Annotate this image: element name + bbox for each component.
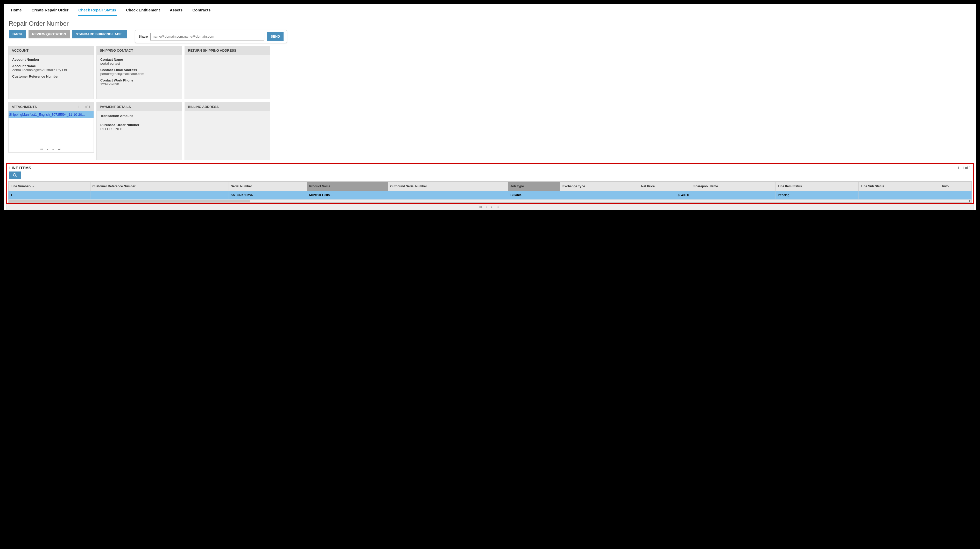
line-items-section: LINE ITEMS 1 - 1 of 1 Line Number▲▼ Cust…	[6, 163, 974, 204]
send-button[interactable]: SEND	[267, 32, 283, 41]
po-label: Purchase Order Number	[100, 123, 178, 127]
contact-name-value: portalreg test	[100, 62, 178, 65]
cell-net-price: $840.80	[639, 191, 691, 199]
contact-name-label: Contact Name	[100, 57, 178, 62]
account-number-label: Account Number	[12, 57, 90, 62]
contact-email-value: portalregtest@mailinator.com	[100, 72, 178, 76]
shipping-contact-title: SHIPPING CONTACT	[100, 48, 133, 53]
cell-product: MC9190-G30S...	[307, 191, 388, 199]
col-line-sub-status[interactable]: Line Sub Status	[859, 182, 940, 191]
svg-line-1	[16, 176, 17, 177]
account-name-value: Zebra Technologies Australia Pty Ltd	[12, 68, 90, 72]
attachments-title: ATTACHMENTS	[12, 105, 37, 109]
tab-create-repair-order[interactable]: Create Repair Order	[31, 6, 69, 16]
share-label: Share	[138, 35, 148, 38]
sort-indicator-icon: ▲▼	[30, 185, 34, 188]
shipping-contact-panel: SHIPPING CONTACT Contact Name portalreg …	[96, 46, 182, 99]
billing-title: BILLING ADDRESS	[188, 105, 219, 109]
line-items-search-button[interactable]	[9, 171, 21, 179]
attachment-link[interactable]: ShippingManifest1_English_30725594_11-10…	[8, 111, 94, 118]
line-items-count: 1 - 1 of 1	[958, 166, 970, 170]
col-job-type[interactable]: Job Type	[508, 182, 560, 191]
cell-job-type: Billable	[508, 191, 560, 199]
attachments-count: 1 - 1 of 1	[77, 105, 91, 109]
return-shipping-title: RETURN SHIPPING ADDRESS	[188, 48, 236, 53]
col-invo[interactable]: Invo	[940, 182, 972, 191]
payment-details-panel: PAYMENT DETAILS Transaction Amount Purch…	[96, 102, 182, 160]
share-box: Share SEND	[135, 30, 287, 43]
line-items-title: LINE ITEMS	[10, 166, 31, 170]
payment-title: PAYMENT DETAILS	[100, 105, 131, 109]
cell-exchange-type	[560, 191, 639, 199]
col-line-number[interactable]: Line Number▲▼	[8, 182, 91, 191]
col-sparepool[interactable]: Sparepool Name	[691, 182, 776, 191]
top-nav: Home Create Repair Order Check Repair St…	[4, 4, 976, 16]
contact-phone-label: Contact Work Phone	[100, 78, 178, 82]
account-name-label: Account Name	[12, 64, 90, 68]
tab-check-entitlement[interactable]: Check Entitlement	[126, 6, 161, 16]
cell-sub-status	[859, 191, 940, 199]
tab-contracts[interactable]: Contracts	[192, 6, 211, 16]
account-panel-title: ACCOUNT	[12, 48, 29, 53]
contact-phone-value: 1234567890	[100, 82, 178, 86]
tab-assets[interactable]: Assets	[169, 6, 183, 16]
tab-home[interactable]: Home	[10, 6, 22, 16]
cell-sparepool	[691, 191, 776, 199]
panels-grid: ACCOUNT Account Number Account Name Zebr…	[4, 46, 976, 160]
po-value: REFER LINES	[100, 127, 178, 131]
share-input[interactable]	[150, 33, 264, 40]
col-product-name[interactable]: Product Name	[307, 182, 388, 191]
billing-address-panel: BILLING ADDRESS	[185, 102, 270, 160]
cell-line-number: 1	[8, 191, 91, 199]
line-items-table-wrap: Line Number▲▼ Customer Reference Number …	[8, 181, 972, 199]
col-exchange-type[interactable]: Exchange Type	[560, 182, 639, 191]
line-items-table: Line Number▲▼ Customer Reference Number …	[8, 182, 972, 199]
horizontal-scrollbar[interactable]: ◀ ▶	[8, 199, 972, 203]
account-panel: ACCOUNT Account Number Account Name Zebr…	[8, 46, 94, 99]
attachments-pager[interactable]: ⏮ ◀ ▶ ⏭	[8, 146, 94, 152]
attachments-panel: ATTACHMENTS 1 - 1 of 1 ShippingManifest1…	[8, 102, 94, 153]
trans-amount-label: Transaction Amount	[100, 114, 178, 118]
action-row: BACK REVIEW QUOTATION STANDARD SHIPPING …	[4, 30, 976, 46]
table-row[interactable]: 1 SN_UNKNOWN MC9190-G30S... Billable $84…	[8, 191, 972, 199]
search-icon	[13, 173, 17, 178]
col-net-price[interactable]: Net Price	[639, 182, 691, 191]
review-quotation-button[interactable]: REVIEW QUOTATION	[29, 30, 70, 38]
cell-serial: SN_UNKNOWN	[229, 191, 307, 199]
cell-status: Pending	[776, 191, 859, 199]
standard-shipping-label-button[interactable]: STANDARD SHIPPING LABEL	[72, 30, 127, 38]
tab-check-repair-status[interactable]: Check Repair Status	[78, 6, 117, 16]
col-outbound-serial[interactable]: Outbound Serial Number	[388, 182, 508, 191]
cust-ref-label: Customer Reference Number	[12, 75, 90, 78]
svg-point-0	[13, 174, 16, 176]
contact-email-label: Contact Email Address	[100, 68, 178, 72]
col-cust-ref[interactable]: Customer Reference Number	[90, 182, 229, 191]
line-items-pager[interactable]: ⏮ ◀ ▶ ⏭	[6, 204, 974, 210]
cell-cust-ref	[90, 191, 229, 199]
col-serial[interactable]: Serial Number	[229, 182, 307, 191]
back-button[interactable]: BACK	[9, 30, 26, 38]
cell-outbound-serial	[388, 191, 508, 199]
page-title: Repair Order Number	[4, 16, 976, 30]
return-shipping-panel: RETURN SHIPPING ADDRESS	[185, 46, 270, 99]
col-line-item-status[interactable]: Line Item Status	[776, 182, 859, 191]
scroll-right-icon: ▶	[969, 199, 971, 202]
scrollbar-thumb[interactable]	[9, 200, 250, 202]
cell-invo	[940, 191, 972, 199]
